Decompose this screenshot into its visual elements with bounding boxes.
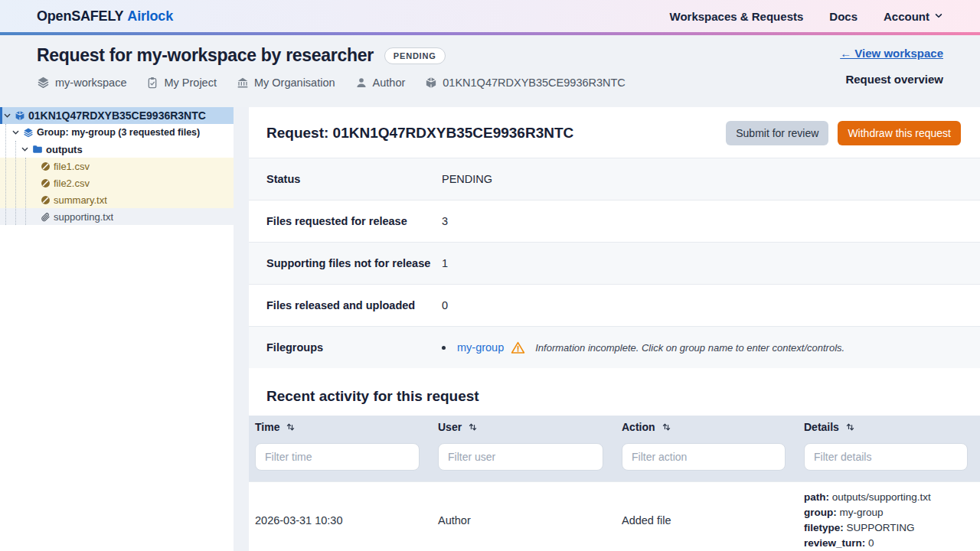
detail-value: outputs/supporting.txt <box>832 491 931 503</box>
brand-logo[interactable]: OpenSAFELYAirlock <box>37 8 173 24</box>
withdraw-request-button[interactable]: Withdraw this request <box>838 121 961 145</box>
output-file-icon <box>41 195 51 205</box>
clipboard-icon <box>146 77 158 89</box>
column-label: Action <box>622 421 655 433</box>
page-header: Request for my-workspace by researcher P… <box>0 35 980 107</box>
filter-time-input[interactable] <box>255 443 420 471</box>
chevron-down-icon[interactable] <box>11 129 20 137</box>
filter-user-input[interactable] <box>438 443 603 471</box>
brand-secondary: Airlock <box>127 8 173 24</box>
info-row-status: Status PENDING <box>249 158 980 200</box>
tree-item-summary-txt[interactable]: summary.txt <box>0 191 234 208</box>
detail-value: my-group <box>840 507 884 518</box>
breadcrumb-label: 01KN1Q47RDXYB35CE9936R3NTC <box>443 77 626 89</box>
tree-item-label: Group: my-group (3 requested files) <box>37 127 200 138</box>
breadcrumb-request-id: 01KN1Q47RDXYB35CE9936R3NTC <box>425 77 626 89</box>
tree-guide-line <box>5 124 6 225</box>
request-heading: Request: 01KN1Q47RDXYB35CE9936R3NTC <box>266 125 573 142</box>
info-value: 3 <box>442 215 448 227</box>
column-header-time[interactable]: Time <box>249 421 432 433</box>
tree-item-file1-csv[interactable]: file1.csv <box>0 158 234 174</box>
detail-value: SUPPORTING <box>847 522 915 533</box>
tree-item-supporting-txt[interactable]: supporting.txt <box>0 208 234 225</box>
detail-filetype: filetype: SUPPORTING <box>804 520 980 536</box>
detail-group: group: my-group <box>804 505 980 520</box>
info-value: PENDING <box>442 173 492 185</box>
activity-filter-row <box>249 439 980 481</box>
filegroup-my-group-link[interactable]: my-group <box>457 341 504 354</box>
column-header-user[interactable]: User <box>432 421 616 433</box>
cube-icon <box>15 110 25 121</box>
tree-guide-line <box>15 141 16 225</box>
view-workspace-link[interactable]: ← View workspace <box>840 47 943 60</box>
submit-for-review-button[interactable]: Submit for review <box>726 121 828 145</box>
column-header-action[interactable]: Action <box>616 421 798 433</box>
tree-item-file2-csv[interactable]: file2.csv <box>0 174 234 191</box>
info-row-files-released: Files released and uploaded 0 <box>249 284 980 326</box>
sort-icon[interactable] <box>468 422 478 432</box>
output-file-icon <box>41 161 51 171</box>
breadcrumb-label: My Organisation <box>254 77 335 89</box>
file-tree: 01KN1Q47RDXYB35CE9936R3NTC Group: my-gro… <box>0 107 234 225</box>
filter-details-input[interactable] <box>804 443 968 471</box>
activity-table-header: Time User Action Details <box>249 416 980 439</box>
request-main-panel: Request: 01KN1Q47RDXYB35CE9936R3NTC Subm… <box>249 107 980 551</box>
activity-table-row: 2026-03-31 10:30 Author Added file path:… <box>249 481 980 551</box>
filegroup-warning-note: Information incomplete. Click on group n… <box>535 342 844 354</box>
sort-icon[interactable] <box>286 422 296 432</box>
sort-icon[interactable] <box>662 422 671 432</box>
tree-item-label: 01KN1Q47RDXYB35CE9936R3NTC <box>28 109 206 122</box>
activity-details: path: outputs/supporting.txt group: my-g… <box>798 490 980 551</box>
filter-action-input[interactable] <box>622 443 786 471</box>
breadcrumb-label: my-workspace <box>55 77 126 89</box>
info-row-files-requested: Files requested for release 3 <box>249 200 980 242</box>
sort-icon[interactable] <box>845 422 855 432</box>
folder-icon <box>32 144 43 155</box>
layers-icon <box>37 76 50 89</box>
nav-docs[interactable]: Docs <box>829 10 858 23</box>
bank-icon <box>237 77 249 89</box>
info-label: Status <box>266 173 442 185</box>
tree-item-label: file1.csv <box>54 161 90 172</box>
detail-value: 0 <box>868 537 874 549</box>
activity-table: Time User Action Details <box>249 416 980 551</box>
tree-item-group-my-group[interactable]: Group: my-group (3 requested files) <box>0 124 234 141</box>
nav-account-menu[interactable]: Account <box>884 10 943 23</box>
brand-primary: OpenSAFELY <box>37 8 123 24</box>
chevron-down-icon[interactable] <box>21 145 29 154</box>
column-label: User <box>438 421 462 433</box>
info-label: Files requested for release <box>266 215 442 227</box>
info-value: 0 <box>442 299 448 311</box>
tree-item-label: supporting.txt <box>54 211 113 223</box>
breadcrumb-author: Author <box>355 77 406 89</box>
info-row-filegroups: Filegroups my-group Information incomple… <box>249 326 980 368</box>
detail-key: group: <box>804 507 837 518</box>
cube-icon <box>425 77 437 89</box>
detail-key: path: <box>804 491 829 503</box>
tree-guide-line <box>25 158 26 225</box>
column-header-details[interactable]: Details <box>798 421 980 433</box>
tree-item-label: outputs <box>46 144 83 155</box>
chevron-down-icon <box>934 11 943 21</box>
page-title: Request for my-workspace by researcher <box>37 45 374 66</box>
breadcrumb: my-workspace My Project My Organisation … <box>37 76 943 89</box>
breadcrumb-organisation: My Organisation <box>237 77 335 89</box>
breadcrumb-project: My Project <box>146 77 217 89</box>
recent-activity-heading: Recent activity for this request <box>266 388 980 405</box>
info-row-supporting-files: Supporting files not for release 1 <box>249 242 980 284</box>
tree-item-outputs-folder[interactable]: outputs <box>0 141 234 158</box>
status-badge: PENDING <box>384 47 446 64</box>
sidebar-main-gap <box>234 107 249 551</box>
info-label: Supporting files not for release <box>266 257 442 269</box>
tree-item-label: file2.csv <box>54 178 90 189</box>
tree-item-request-root[interactable]: 01KN1Q47RDXYB35CE9936R3NTC <box>0 107 234 124</box>
request-info-table: Status PENDING Files requested for relea… <box>249 158 980 368</box>
nav-workspaces-requests[interactable]: Workspaces & Requests <box>670 10 804 23</box>
activity-user: Author <box>432 514 616 527</box>
request-overview-label: Request overview <box>840 73 943 86</box>
activity-time: 2026-03-31 10:30 <box>249 514 432 527</box>
column-label: Time <box>255 421 279 433</box>
nav-links: Workspaces & Requests Docs Account <box>670 10 943 23</box>
chevron-down-icon[interactable] <box>3 112 11 120</box>
breadcrumb-workspace: my-workspace <box>37 76 126 89</box>
